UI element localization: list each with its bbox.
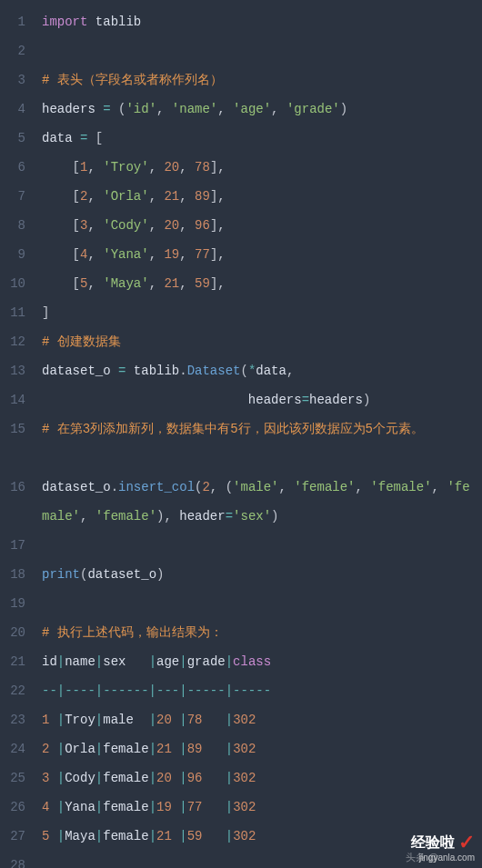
- token-punc: ,: [179, 160, 195, 175]
- token-num: 77: [187, 800, 203, 814]
- token-op: |: [179, 829, 186, 843]
- code-line[interactable]: import tablib: [42, 7, 475, 36]
- token-num: 89: [187, 742, 203, 756]
- code-line[interactable]: [42, 589, 475, 618]
- code-area[interactable]: import tablib# 表头（字段名或者称作列名）headers = ('…: [35, 0, 482, 868]
- token-punc: ],: [210, 247, 226, 262]
- code-line[interactable]: # 表头（字段名或者称作列名）: [42, 65, 475, 95]
- token-num: 78: [187, 713, 203, 727]
- code-line[interactable]: [4, 'Yana', 19, 77],: [42, 240, 475, 269]
- line-number: 2: [0, 36, 35, 65]
- code-line[interactable]: 3 |Cody|female|20 |96 |302: [42, 763, 475, 793]
- code-line[interactable]: [2, 'Orla', 21, 89],: [42, 182, 475, 211]
- code-line[interactable]: data = [: [42, 124, 475, 153]
- token-var: data: [256, 364, 286, 378]
- code-line[interactable]: 4 |Yana|female|19 |77 |302: [42, 793, 475, 822]
- code-line[interactable]: [3, 'Cody', 20, 96],: [42, 211, 475, 240]
- line-number: 19: [0, 589, 35, 618]
- code-line[interactable]: id|name|sex |age|grade|class: [42, 647, 475, 676]
- code-line[interactable]: [1, 'Troy', 20, 78],: [42, 153, 475, 182]
- token-op: |: [226, 654, 233, 669]
- token-num: 302: [233, 713, 256, 727]
- line-number: 11: [0, 298, 35, 327]
- token-cmt-hl: # 在第3列添加新列，数据集中有5行，因此该列数据应为5个元素。: [42, 422, 424, 436]
- token-fn: print: [42, 567, 80, 582]
- token-op: |: [226, 742, 233, 756]
- token-punc: .: [179, 364, 186, 378]
- code-line[interactable]: # 创建数据集: [42, 327, 475, 356]
- code-line[interactable]: [42, 531, 475, 560]
- token-var: tablib: [134, 364, 179, 378]
- token-op: --|----|------|---|-----|-----: [42, 683, 271, 698]
- token-num: 20: [156, 771, 172, 785]
- token-punc: ): [271, 509, 278, 524]
- token-op: |: [226, 829, 233, 843]
- token-op: |: [95, 742, 103, 756]
- token-op: |: [226, 713, 233, 727]
- code-line[interactable]: dataset_o = tablib.Dataset(*data,: [42, 356, 475, 385]
- token-punc: ]: [42, 305, 49, 320]
- code-line[interactable]: 2 |Orla|female|21 |89 |302: [42, 734, 475, 763]
- code-line[interactable]: ]: [42, 298, 475, 327]
- code-line[interactable]: [5, 'Maya', 21, 59],: [42, 269, 475, 298]
- token-plain: [49, 829, 56, 843]
- code-line[interactable]: headers = ('id', 'name', 'age', 'grade'): [42, 95, 475, 124]
- token-op: |: [149, 771, 156, 785]
- token-var: headers: [309, 393, 363, 407]
- line-number: 6: [0, 153, 35, 182]
- token-str: 'male': [233, 480, 278, 494]
- token-op: |: [95, 713, 103, 727]
- line-number: 7: [0, 182, 35, 211]
- code-editor[interactable]: 1234567891011121314151617181920212223242…: [0, 0, 482, 868]
- code-line[interactable]: --|----|------|---|-----|-----: [42, 676, 475, 705]
- token-punc: [: [95, 131, 103, 145]
- code-line[interactable]: dataset_o.insert_col(2, ('male', 'female…: [42, 473, 475, 531]
- token-punc: ,: [286, 364, 294, 378]
- token-num: 302: [233, 771, 256, 785]
- code-line[interactable]: headers=headers): [42, 385, 475, 414]
- line-number: 17: [0, 531, 35, 560]
- token-num: 302: [233, 742, 256, 756]
- token-op: |: [149, 829, 156, 843]
- line-number: 15: [0, 414, 35, 473]
- token-punc: ),: [156, 509, 179, 524]
- line-number: 27: [0, 822, 35, 851]
- line-number: 4: [0, 95, 35, 124]
- token-op: |: [226, 800, 233, 814]
- token-str: 'age': [233, 102, 271, 116]
- token-punc: ): [340, 102, 347, 116]
- code-line[interactable]: print(dataset_o): [42, 560, 475, 589]
- token-num: 302: [233, 800, 256, 814]
- code-line[interactable]: [42, 36, 475, 65]
- token-plain: [203, 829, 226, 843]
- token-plain: [42, 160, 73, 175]
- token-cmt-hl: # 执行上述代码，输出结果为：: [42, 625, 223, 640]
- token-var: Yana: [65, 800, 95, 814]
- token-op: |: [57, 771, 65, 785]
- token-plain: [42, 189, 73, 204]
- line-number: 13: [0, 356, 35, 385]
- token-punc: ,: [356, 480, 371, 494]
- token-plain: [203, 713, 226, 727]
- code-line[interactable]: 5 |Maya|female|21 |59 |302: [42, 822, 475, 851]
- token-var: id: [42, 654, 57, 669]
- token-punc: ],: [210, 218, 226, 233]
- token-var: female: [103, 742, 148, 756]
- token-punc: ,: [179, 189, 195, 204]
- token-num: 19: [164, 247, 179, 262]
- token-str: 'Cody': [103, 218, 148, 233]
- token-plain: [49, 713, 56, 727]
- code-line[interactable]: # 执行上述代码，输出结果为：: [42, 618, 475, 647]
- token-str: 'grade': [286, 102, 340, 116]
- token-num: 21: [156, 742, 172, 756]
- line-number: 23: [0, 705, 35, 734]
- token-num: 78: [195, 160, 210, 175]
- code-line[interactable]: 1 |Troy|male |20 |78 |302: [42, 705, 475, 734]
- token-op: |: [226, 771, 233, 785]
- line-number: 22: [0, 676, 35, 705]
- token-punc: ,: [87, 160, 103, 175]
- code-line[interactable]: # 在第3列添加新列，数据集中有5行，因此该列数据应为5个元素。: [42, 414, 475, 473]
- line-number: 16: [0, 473, 35, 531]
- line-number: 5: [0, 124, 35, 153]
- token-var: Maya: [65, 829, 95, 843]
